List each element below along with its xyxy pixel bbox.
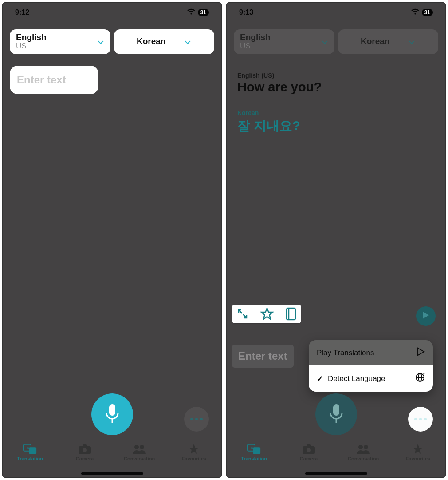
svg-marker-16 — [423, 312, 429, 319]
svg-point-8 — [134, 445, 139, 449]
book-icon[interactable] — [285, 307, 297, 321]
more-icon — [414, 418, 427, 420]
input-placeholder: Enter text — [17, 74, 66, 86]
battery-badge: 31 — [198, 9, 209, 16]
chevron-down-icon — [183, 38, 191, 46]
camera-icon — [302, 444, 316, 455]
tab-conversation[interactable]: Conversation — [336, 444, 391, 461]
svg-marker-10 — [189, 444, 199, 454]
source-lang-name: English — [240, 33, 271, 42]
more-button[interactable] — [408, 407, 433, 432]
status-time: 9:12 — [15, 8, 29, 16]
tab-translation[interactable]: A Translation — [3, 444, 57, 461]
play-icon — [422, 311, 430, 321]
star-icon — [411, 444, 425, 455]
menu-play-translations[interactable]: Play Translations — [309, 340, 433, 365]
target-label: Korean — [237, 109, 435, 116]
svg-rect-25 — [253, 447, 260, 454]
tab-label: Conversation — [348, 456, 379, 461]
source-lang-name: English — [16, 33, 47, 42]
camera-icon — [78, 444, 92, 455]
svg-text:A: A — [26, 445, 29, 450]
more-icon — [190, 418, 203, 420]
mic-icon — [327, 403, 345, 425]
status-bar: 9:13 31 — [227, 3, 445, 22]
wifi-icon — [187, 8, 195, 16]
svg-rect-3 — [29, 447, 36, 454]
tab-favourites[interactable]: Favourites — [167, 444, 221, 461]
checkmark-icon: ✓ — [317, 374, 323, 384]
svg-rect-7 — [83, 444, 87, 447]
svg-rect-0 — [109, 404, 115, 416]
target-text[interactable]: 잘 지내요? — [237, 117, 435, 135]
mic-button[interactable] — [315, 393, 357, 435]
more-popup: Play Translations ✓ Detect Language + — [309, 340, 433, 392]
source-lang-region: US — [16, 42, 47, 51]
source-language-selector[interactable]: English US — [234, 29, 334, 54]
translation-icon: A — [23, 444, 37, 455]
battery-badge: 31 — [422, 9, 433, 16]
star-icon[interactable] — [260, 307, 274, 321]
tab-bar: A Translation Camera Conversation Favour… — [3, 440, 221, 477]
tab-label: Translation — [241, 456, 267, 461]
conversation-icon — [356, 444, 370, 455]
svg-point-30 — [358, 445, 363, 449]
screenshot-1: 9:12 31 English US Korean Enter text — [2, 2, 222, 478]
more-button[interactable] — [184, 407, 209, 432]
play-button[interactable] — [416, 306, 436, 326]
svg-rect-29 — [307, 444, 311, 447]
text-input[interactable]: Enter text — [10, 66, 98, 94]
svg-marker-17 — [418, 348, 424, 355]
text-input[interactable]: Enter text — [232, 345, 294, 368]
target-lang-name: Korean — [361, 37, 389, 46]
menu-label: Play Translations — [317, 349, 374, 357]
wifi-icon — [411, 8, 419, 16]
svg-text:A: A — [250, 445, 253, 450]
chevron-down-icon — [320, 38, 328, 46]
mic-button[interactable] — [91, 393, 133, 435]
play-outline-icon — [417, 347, 425, 358]
conversation-icon — [132, 444, 146, 455]
status-time: 9:13 — [239, 8, 253, 16]
divider — [237, 102, 435, 102]
source-lang-region: US — [240, 42, 271, 51]
chevron-down-icon — [96, 38, 104, 46]
expand-icon[interactable] — [236, 308, 249, 320]
svg-point-6 — [83, 448, 87, 452]
tab-label: Camera — [76, 456, 94, 461]
target-language-selector[interactable]: Korean — [338, 29, 439, 54]
star-icon — [187, 444, 201, 455]
svg-rect-22 — [333, 404, 339, 416]
source-label: English (US) — [237, 72, 435, 79]
target-language-selector[interactable]: Korean — [114, 29, 215, 54]
svg-marker-32 — [413, 444, 423, 454]
screenshot-2: 9:13 31 English US Korean English (US) — [226, 2, 446, 478]
svg-point-9 — [140, 445, 144, 449]
home-indicator[interactable] — [305, 472, 367, 475]
input-placeholder: Enter text — [238, 350, 287, 362]
globe-icon: + — [415, 373, 425, 385]
tab-label: Favourites — [406, 456, 431, 461]
mic-icon — [103, 403, 121, 425]
target-lang-name: Korean — [137, 37, 165, 46]
source-text[interactable]: How are you? — [237, 80, 435, 95]
tab-camera[interactable]: Camera — [281, 444, 336, 461]
tab-camera[interactable]: Camera — [57, 444, 112, 461]
svg-rect-14 — [287, 308, 295, 320]
tab-favourites[interactable]: Favourites — [391, 444, 445, 461]
tab-bar: A Translation Camera Conversation Favour… — [227, 440, 445, 477]
tab-label: Translation — [17, 456, 43, 461]
tab-translation[interactable]: A Translation — [227, 444, 281, 461]
tab-conversation[interactable]: Conversation — [112, 444, 167, 461]
home-indicator[interactable] — [81, 472, 143, 475]
status-bar: 9:12 31 — [3, 3, 221, 22]
tab-label: Camera — [300, 456, 318, 461]
source-language-selector[interactable]: English US — [10, 29, 110, 54]
tab-label: Conversation — [124, 456, 155, 461]
menu-label: Detect Language — [328, 374, 385, 383]
svg-text:+: + — [423, 373, 425, 376]
chevron-down-icon — [407, 38, 415, 46]
svg-point-28 — [307, 448, 311, 452]
svg-point-31 — [364, 445, 368, 449]
translation-icon: A — [247, 444, 261, 455]
